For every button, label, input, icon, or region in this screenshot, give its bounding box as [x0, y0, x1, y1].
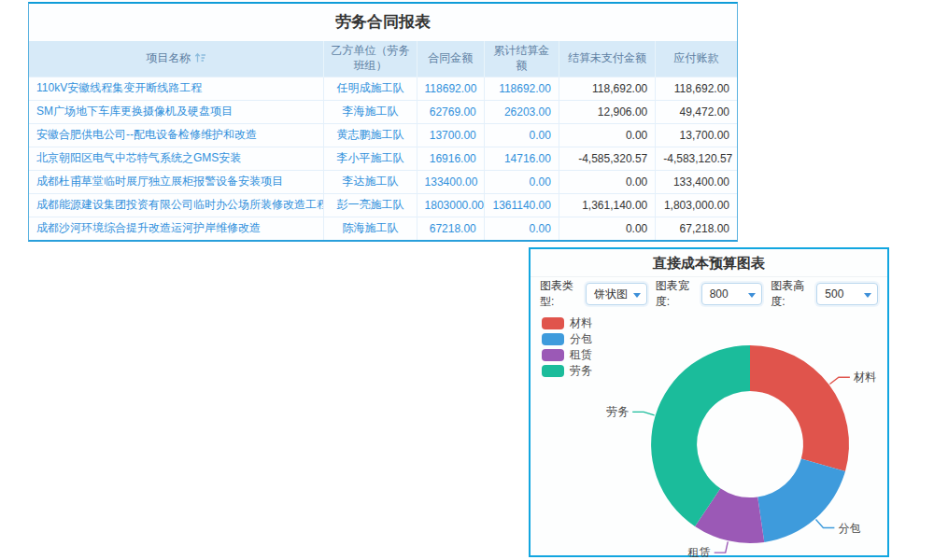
legend-swatch [542, 333, 564, 345]
team-cell: 任明成施工队 [324, 77, 417, 100]
settled-amount-cell: 26203.00 [484, 100, 559, 123]
unpaid-amount-cell: 12,906.00 [559, 100, 655, 123]
label-leader-line [816, 520, 835, 528]
team-cell: 李海施工队 [324, 100, 417, 123]
chevron-down-icon [633, 293, 641, 298]
team-cell: 黄志鹏施工队 [324, 123, 417, 147]
label-leader-line [715, 541, 729, 553]
unpaid-amount-cell: 1,361,140.00 [559, 193, 655, 217]
settled-amount-cell: 0.00 [484, 123, 559, 147]
legend-swatch [542, 365, 564, 377]
unpaid-amount-cell: 0.00 [559, 217, 655, 240]
settled-amount-cell: 0.00 [484, 170, 559, 193]
chart-width-control: 图表宽度: 800 [656, 278, 763, 310]
pie-slice-分包[interactable] [757, 459, 845, 542]
payable-cell: -4,583,120.57 [656, 147, 737, 170]
contract-amount-cell: 67218.00 [417, 217, 484, 240]
project-name-cell[interactable]: 110kV安徽线程集变开断线路工程 [29, 77, 324, 100]
report-table-body: 110kV安徽线程集变开断线路工程任明成施工队118692.00118692.0… [29, 77, 737, 240]
team-cell: 李达施工队 [324, 170, 417, 193]
settled-amount-cell: 118692.00 [484, 77, 559, 100]
report-table: 项目名称 乙方单位（劳务班组） 合同金额 累计结算金额 结算未支付金额 应付账款… [29, 41, 737, 240]
pie-slice-label: 劳务 [606, 405, 629, 418]
legend-item-材料[interactable]: 材料 [542, 315, 592, 331]
sort-icon[interactable] [194, 52, 206, 63]
legend-label: 材料 [570, 315, 592, 331]
contract-amount-cell: 1803000.00 [417, 193, 484, 217]
table-row: SM广场地下车库更换摄像机及硬盘项目李海施工队62769.0026203.001… [29, 100, 737, 123]
chart-legend: 材料分包租赁劳务 [542, 315, 592, 379]
unpaid-amount-cell: 0.00 [559, 123, 655, 147]
col-header-unpaid-amount[interactable]: 结算未支付金额 [559, 41, 655, 77]
contract-amount-cell: 118692.00 [417, 77, 484, 100]
settled-amount-cell: 0.00 [484, 217, 559, 240]
contract-amount-cell: 62769.00 [417, 100, 484, 123]
pie-slice-label: 材料 [853, 371, 876, 384]
chart-height-label: 图表高度: [771, 278, 812, 310]
col-header-project-name[interactable]: 项目名称 [29, 41, 324, 77]
payable-cell: 13,700.00 [656, 123, 737, 147]
labor-contract-report-panel: 劳务合同报表 项目名称 乙方单位（劳务班组） 合同金额 累计结算金额 结算未支付… [28, 2, 738, 242]
team-cell: 陈海施工队 [324, 217, 417, 240]
col-header-payable[interactable]: 应付账款 [656, 41, 737, 77]
settled-amount-cell: 14716.00 [484, 147, 559, 170]
pie-slice-label: 分包 [838, 522, 860, 535]
chart-width-label: 图表宽度: [656, 278, 697, 310]
chart-height-control: 图表高度: 500 [771, 278, 878, 310]
label-leader-line [632, 412, 654, 415]
payable-cell: 118,692.00 [656, 77, 737, 100]
col-header-contract-amount[interactable]: 合同金额 [417, 41, 484, 77]
pie-slice-label: 租赁 [687, 546, 711, 557]
chart-title: 直接成本预算图表 [531, 249, 887, 277]
contract-amount-cell: 133400.00 [417, 170, 484, 193]
legend-label: 租赁 [570, 347, 592, 363]
payable-cell: 49,472.00 [656, 100, 737, 123]
chart-type-label: 图表类型: [540, 278, 581, 310]
unpaid-amount-cell: -4,585,320.57 [559, 147, 655, 170]
label-leader-line [829, 377, 850, 384]
project-name-cell[interactable]: 成都能源建设集团投资有限公司临时办公场所装修改造工程EPC [29, 193, 324, 217]
chart-type-select[interactable]: 饼状图 [586, 283, 647, 305]
pie-slice-材料[interactable] [750, 345, 849, 471]
settled-amount-cell: 1361140.00 [484, 193, 559, 217]
table-header-row: 项目名称 乙方单位（劳务班组） 合同金额 累计结算金额 结算未支付金额 应付账款 [29, 41, 737, 77]
contract-amount-cell: 13700.00 [417, 123, 484, 147]
chevron-down-icon [864, 293, 871, 298]
legend-item-租赁[interactable]: 租赁 [542, 347, 592, 363]
project-name-cell[interactable]: 成都沙河环境综合提升改造运河护岸维修改造 [29, 217, 324, 240]
unpaid-amount-cell: 0.00 [559, 170, 655, 193]
project-name-cell[interactable]: 安徽合肥供电公司--配电设备检修维护和改造 [29, 123, 324, 147]
payable-cell: 67,218.00 [656, 217, 737, 240]
team-cell: 李小平施工队 [324, 147, 417, 170]
legend-label: 分包 [570, 331, 592, 347]
report-title: 劳务合同报表 [29, 4, 737, 41]
legend-item-劳务[interactable]: 劳务 [542, 363, 592, 379]
project-name-cell[interactable]: 北京朝阳区电气中芯特气系统之GMS安装 [29, 147, 324, 170]
contract-amount-cell: 16916.00 [417, 147, 484, 170]
team-cell: 彭一亮施工队 [324, 193, 417, 217]
chart-width-select[interactable]: 800 [701, 283, 763, 305]
col-header-team[interactable]: 乙方单位（劳务班组） [324, 41, 417, 77]
legend-swatch [542, 317, 564, 329]
table-row: 成都能源建设集团投资有限公司临时办公场所装修改造工程EPC彭一亮施工队18030… [29, 193, 737, 217]
legend-label: 劳务 [570, 363, 592, 379]
table-row: 成都杜甫草堂临时展厅独立展柜报警设备安装项目李达施工队133400.000.00… [29, 170, 737, 193]
pie-chart-area: 材料分包租赁劳务 材料分包租赁劳务 [531, 311, 887, 557]
legend-swatch [542, 349, 564, 361]
project-name-cell[interactable]: SM广场地下车库更换摄像机及硬盘项目 [29, 100, 324, 123]
project-name-cell[interactable]: 成都杜甫草堂临时展厅独立展柜报警设备安装项目 [29, 170, 324, 193]
col-header-settled-amount[interactable]: 累计结算金额 [484, 41, 559, 77]
table-row: 北京朝阳区电气中芯特气系统之GMS安装李小平施工队16916.0014716.0… [29, 147, 737, 170]
table-row: 110kV安徽线程集变开断线路工程任明成施工队118692.00118692.0… [29, 77, 737, 100]
direct-cost-budget-chart-panel: 直接成本预算图表 图表类型: 饼状图 图表宽度: 800 图表高度: 500 材… [529, 247, 889, 557]
unpaid-amount-cell: 118,692.00 [559, 77, 655, 100]
table-row: 安徽合肥供电公司--配电设备检修维护和改造黄志鹏施工队13700.000.000… [29, 123, 737, 147]
chart-type-control: 图表类型: 饼状图 [540, 278, 647, 310]
chart-height-select[interactable]: 500 [816, 283, 878, 305]
chart-controls: 图表类型: 饼状图 图表宽度: 800 图表高度: 500 [531, 277, 887, 311]
table-row: 成都沙河环境综合提升改造运河护岸维修改造陈海施工队67218.000.000.0… [29, 217, 737, 240]
payable-cell: 1,803,000.00 [656, 193, 737, 217]
legend-item-分包[interactable]: 分包 [542, 331, 592, 347]
payable-cell: 133,400.00 [656, 170, 737, 193]
chevron-down-icon [748, 293, 756, 298]
